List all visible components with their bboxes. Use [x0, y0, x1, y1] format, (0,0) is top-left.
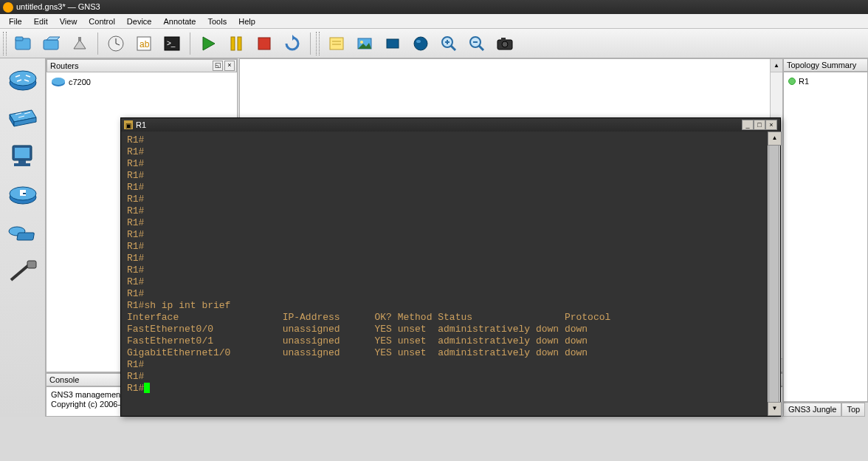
console-panel-title: Console: [49, 375, 79, 384]
svg-rect-43: [27, 261, 36, 268]
show-labels-button[interactable]: ab: [131, 31, 156, 56]
svg-rect-12: [238, 37, 241, 50]
topology-summary-panel: Topology Summary R1 GNS3 Jungle Top: [783, 58, 868, 417]
host-device-button[interactable]: [5, 141, 41, 172]
menu-help[interactable]: Help: [232, 16, 261, 27]
menu-tools[interactable]: Tools: [202, 16, 233, 27]
toolbar-handle-2[interactable]: [316, 32, 320, 55]
link-button[interactable]: [5, 256, 41, 287]
svg-line-27: [479, 46, 483, 50]
image-button[interactable]: [352, 31, 377, 56]
svg-point-45: [52, 78, 65, 85]
topology-panel-title: Topology Summary: [787, 61, 856, 69]
reload-button[interactable]: [280, 31, 305, 56]
open-project-button[interactable]: [39, 31, 64, 56]
svg-rect-35: [15, 148, 30, 158]
app-icon: [3, 2, 13, 13]
svg-point-21: [416, 40, 421, 43]
app-title: untitled.gns3* — GNS3: [16, 0, 100, 14]
terminal-close-button[interactable]: ×: [765, 120, 777, 130]
pause-button[interactable]: [224, 31, 249, 56]
tab-top[interactable]: Top: [841, 403, 865, 417]
topology-panel-header: Topology Summary: [783, 58, 868, 72]
router-icon: [51, 77, 66, 87]
svg-rect-13: [258, 38, 270, 49]
svg-text:▣: ▣: [125, 122, 132, 129]
svg-rect-37: [14, 163, 30, 166]
terminal-window: ▣ R1 _ □ × R1# R1# R1# R1# R1# R1# R1# R…: [120, 117, 781, 417]
menu-edit[interactable]: Edit: [28, 16, 54, 27]
terminal-title: R1: [136, 120, 146, 129]
tab-gns3-jungle[interactable]: GNS3 Jungle: [783, 403, 841, 417]
toolbar-handle[interactable]: [3, 32, 7, 55]
zoom-in-button[interactable]: [436, 31, 461, 56]
topology-item-label: R1: [799, 77, 809, 86]
svg-rect-36: [18, 160, 26, 163]
topology-item[interactable]: R1: [787, 75, 864, 87]
svg-point-20: [414, 37, 427, 50]
svg-rect-3: [78, 37, 81, 41]
routers-panel-close-icon[interactable]: ×: [224, 61, 235, 71]
toolbar: ab >_: [0, 29, 868, 58]
svg-rect-14: [330, 38, 343, 49]
stop-button[interactable]: [252, 31, 277, 56]
routers-panel-title: Routers: [50, 61, 79, 70]
terminal-output[interactable]: R1# R1# R1# R1# R1# R1# R1# R1# R1# R1# …: [121, 132, 768, 416]
note-button[interactable]: [324, 31, 349, 56]
save-project-button[interactable]: [67, 31, 92, 56]
status-dot-icon: [788, 78, 796, 85]
all-devices-button[interactable]: [5, 218, 41, 249]
svg-rect-11: [231, 37, 235, 50]
zoom-out-button[interactable]: [464, 31, 489, 56]
svg-point-33: [10, 71, 36, 86]
terminal-minimize-button[interactable]: _: [742, 120, 754, 130]
start-button[interactable]: [196, 31, 221, 56]
security-device-button[interactable]: [5, 180, 41, 211]
console-button[interactable]: >_: [159, 31, 185, 56]
terminal-scrollbar[interactable]: [768, 132, 780, 416]
screenshot-button[interactable]: [492, 31, 517, 56]
routers-panel-undock-icon[interactable]: ◱: [213, 61, 223, 71]
router-device-button[interactable]: [5, 64, 41, 95]
rectangle-button[interactable]: [380, 31, 405, 56]
menu-view[interactable]: View: [54, 16, 83, 27]
routers-panel-header: Routers ◱ ×: [46, 59, 237, 72]
terminal-icon: ▣: [124, 120, 133, 129]
svg-line-23: [451, 46, 455, 50]
menu-file[interactable]: File: [3, 16, 28, 27]
menu-control[interactable]: Control: [83, 16, 120, 27]
svg-rect-31: [501, 38, 506, 41]
svg-point-18: [360, 41, 363, 44]
ellipse-button[interactable]: [408, 31, 433, 56]
svg-rect-19: [387, 39, 399, 48]
router-item-label: c7200: [69, 78, 91, 86]
menubar: File Edit View Control Device Annotate T…: [0, 14, 868, 29]
svg-rect-42: [16, 233, 34, 240]
new-project-button[interactable]: [11, 31, 36, 56]
switch-device-button[interactable]: [5, 103, 41, 134]
terminal-titlebar[interactable]: ▣ R1 _ □ ×: [121, 118, 780, 132]
svg-rect-1: [16, 37, 23, 41]
svg-point-30: [502, 41, 508, 47]
svg-text:ab: ab: [140, 39, 150, 49]
menu-annotate[interactable]: Annotate: [157, 16, 202, 27]
terminal-maximize-button[interactable]: □: [754, 120, 765, 130]
device-toolbar: [0, 58, 46, 417]
router-list-item[interactable]: c7200: [49, 75, 234, 89]
menu-device[interactable]: Device: [121, 16, 158, 27]
svg-text:>_: >_: [167, 39, 176, 47]
snapshot-button[interactable]: [103, 31, 128, 56]
app-titlebar: untitled.gns3* — GNS3: [0, 0, 868, 14]
svg-rect-2: [44, 40, 58, 49]
